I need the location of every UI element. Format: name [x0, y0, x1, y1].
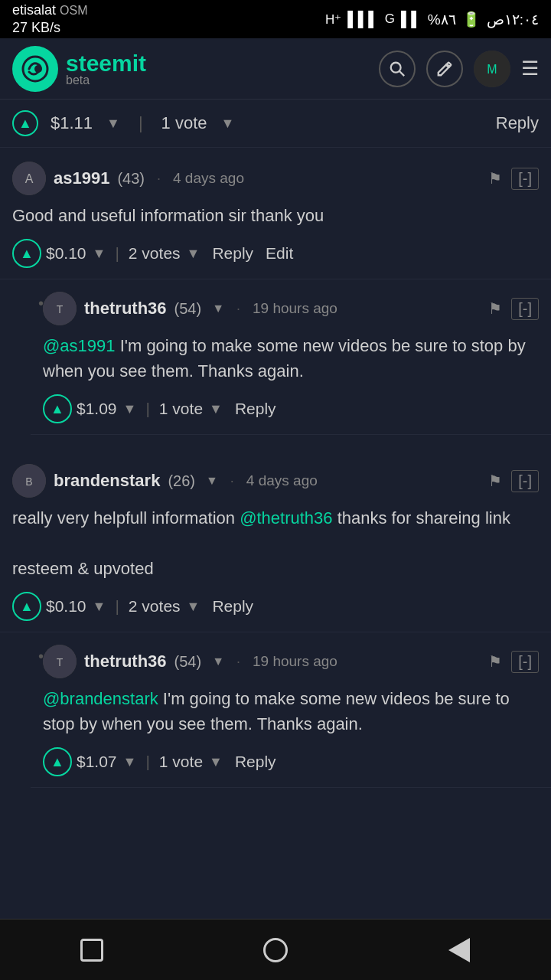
- collapse-btn-truth36-2[interactable]: [-]: [511, 651, 539, 673]
- avatar-as1991: A: [12, 162, 46, 195]
- comment-header-truth36-2: T thetruth36 (54) ▼ · 19 hours ago ⚑ [-]: [43, 645, 539, 678]
- edit-btn-as1991[interactable]: Edit: [266, 244, 293, 263]
- dropdown-arrow-truth36-2[interactable]: ▼: [212, 655, 224, 668]
- amount-down-truth36-1[interactable]: ▼: [123, 401, 137, 417]
- comment-body-as1991: Good and useful information sir thank yo…: [12, 203, 539, 228]
- svg-text:B: B: [25, 475, 32, 488]
- reply-btn-as1991[interactable]: Reply: [212, 244, 253, 263]
- reply-btn-truth36-2[interactable]: Reply: [235, 753, 276, 771]
- square-icon: [80, 939, 103, 962]
- flag-icon-truth36-1[interactable]: ⚑: [488, 299, 502, 318]
- back-icon: [448, 938, 470, 962]
- logo-icon: [12, 46, 58, 92]
- upvote-truth36-1[interactable]: ▲: [43, 394, 72, 423]
- username-truth36-1[interactable]: thetruth36: [84, 299, 167, 318]
- reply-btn-brandenstark[interactable]: Reply: [212, 597, 253, 616]
- signal-g-icon: G: [385, 11, 395, 27]
- svg-line-3: [399, 70, 404, 75]
- amount-brandenstark: $0.10: [46, 597, 86, 616]
- mention-brandenstark[interactable]: @brandenstark: [43, 689, 158, 708]
- bottom-nav: [0, 919, 551, 980]
- upvote-as1991[interactable]: ▲: [12, 239, 41, 268]
- battery-percent: %٨٦: [428, 11, 456, 28]
- circle-icon: [263, 938, 288, 962]
- prev-upvote-btn[interactable]: ▲: [12, 110, 38, 136]
- comment-meta-left: A as1991 (43) · 4 days ago: [12, 162, 244, 195]
- edit-button[interactable]: [426, 51, 463, 87]
- app-name: steemit: [66, 51, 146, 77]
- comment-footer-truth36-2: ▲ $1.07 ▼ | 1 vote ▼ Reply: [43, 747, 539, 776]
- nested-comment-truth36-2: T thetruth36 (54) ▼ · 19 hours ago ⚑ [-]…: [31, 632, 551, 788]
- comment-meta-left: T thetruth36 (54) ▼ · 19 hours ago: [43, 645, 337, 678]
- logo-text: steemit beta: [66, 51, 146, 87]
- dropdown-arrow-brandenstark[interactable]: ▼: [206, 474, 218, 488]
- mention-thetruth36[interactable]: @thetruth36: [240, 508, 332, 528]
- votes-down-truth36-1[interactable]: ▼: [209, 401, 223, 417]
- clock: ١٢:٠٤ص: [487, 11, 539, 28]
- prev-down-arrow[interactable]: ▼: [106, 116, 120, 132]
- amount-down-as1991[interactable]: ▼: [93, 246, 106, 262]
- votes-as1991: 2 votes: [129, 244, 181, 263]
- signal-bars-icon1: ▌▌▌: [347, 11, 378, 28]
- carrier-name: etisalat OSM: [12, 2, 88, 19]
- nav-home-btn[interactable]: [253, 927, 298, 973]
- comment-header-truth36-1: T thetruth36 (54) ▼ · 19 hours ago ⚑ [-]: [43, 292, 539, 325]
- prev-votes-down[interactable]: ▼: [221, 116, 235, 132]
- time-as1991: 4 days ago: [173, 170, 244, 187]
- comment-footer-brandenstark: ▲ $0.10 ▼ | 2 votes ▼ Reply: [12, 592, 539, 621]
- beta-label: beta: [66, 74, 146, 87]
- prev-votes: 1 vote: [161, 113, 207, 133]
- prev-comment-stub: ▲ $1.11 ▼ | 1 vote ▼ Reply: [0, 100, 551, 148]
- username-truth36-2[interactable]: thetruth36: [84, 652, 167, 671]
- carrier-info: etisalat OSM 27 KB/s: [12, 2, 88, 38]
- signal-bars-icon2: ▌▌: [401, 11, 422, 28]
- comment-footer-truth36-1: ▲ $1.09 ▼ | 1 vote ▼ Reply: [43, 394, 539, 423]
- comment-actions-right-2: ⚑ [-]: [488, 651, 539, 673]
- amount-down-brandenstark[interactable]: ▼: [93, 599, 106, 615]
- comment-actions-right: ⚑ [-]: [488, 168, 539, 190]
- upvote-truth36-2[interactable]: ▲: [43, 747, 72, 776]
- nav-prev-btn[interactable]: [436, 927, 482, 973]
- avatar-brandenstark: B: [12, 464, 46, 498]
- rep-truth36-1: (54): [174, 300, 202, 318]
- prev-reply-btn[interactable]: Reply: [496, 113, 539, 133]
- votes-down-brandenstark[interactable]: ▼: [187, 599, 201, 615]
- flag-icon-as1991[interactable]: ⚑: [488, 169, 502, 188]
- dropdown-arrow-truth36-1[interactable]: ▼: [212, 302, 224, 315]
- username-brandenstark[interactable]: brandenstark: [54, 471, 160, 491]
- collapse-btn-as1991[interactable]: [-]: [511, 168, 539, 190]
- prev-amount: $1.11: [51, 113, 93, 133]
- user-avatar-header[interactable]: M: [474, 51, 510, 87]
- comment-body-truth36-2: @brandenstark I'm going to make some new…: [43, 686, 539, 737]
- votes-truth36-2: 1 vote: [159, 753, 203, 771]
- nav-back-btn[interactable]: [69, 927, 115, 973]
- flag-icon-truth36-2[interactable]: ⚑: [488, 652, 502, 671]
- rep-truth36-2: (54): [174, 653, 202, 671]
- avatar-truth36-2: T: [43, 645, 77, 678]
- comment-header-brandenstark: B brandenstark (26) ▼ · 4 days ago ⚑ [-]: [12, 464, 539, 498]
- reply-btn-truth36-1[interactable]: Reply: [235, 400, 276, 418]
- votes-down-as1991[interactable]: ▼: [187, 246, 201, 262]
- hamburger-menu[interactable]: ☰: [521, 57, 539, 80]
- signal-h-icon: H⁺: [325, 11, 341, 28]
- collapse-btn-truth36-1[interactable]: [-]: [511, 298, 539, 320]
- mention-as1991[interactable]: @as1991: [43, 336, 116, 355]
- collapse-btn-brandenstark[interactable]: [-]: [511, 470, 539, 492]
- header-icons: M ☰: [379, 51, 539, 87]
- upvote-brandenstark[interactable]: ▲: [12, 592, 41, 621]
- comment-body-brandenstark: really very helpfull information @thetru…: [12, 505, 539, 581]
- flag-icon-brandenstark[interactable]: ⚑: [488, 472, 502, 490]
- votes-down-truth36-2[interactable]: ▼: [209, 754, 223, 770]
- time-brandenstark: 4 days ago: [246, 472, 318, 489]
- svg-text:M: M: [487, 63, 497, 76]
- votes-brandenstark: 2 votes: [129, 597, 181, 616]
- search-button[interactable]: [379, 51, 416, 87]
- rep-as1991: (43): [117, 170, 145, 188]
- svg-point-1: [34, 65, 42, 73]
- amount-down-truth36-2[interactable]: ▼: [123, 754, 137, 770]
- comment-as1991: A as1991 (43) · 4 days ago ⚑ [-] Good an…: [0, 148, 551, 279]
- svg-text:T: T: [57, 303, 64, 315]
- time-truth36-2: 19 hours ago: [253, 653, 337, 670]
- username-as1991[interactable]: as1991: [54, 168, 109, 188]
- amount-as1991: $0.10: [46, 244, 86, 263]
